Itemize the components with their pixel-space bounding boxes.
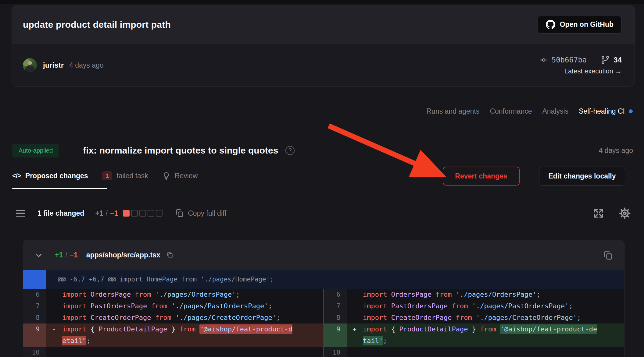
code-text: import OrdersPage from './pages/OrdersPa… [62,289,323,300]
fix-title: fix: normalize import quotes to single q… [83,145,278,156]
file-deletions: −1 [70,251,78,259]
fix-time: 4 days ago [599,147,633,155]
diff-ratio-blocks [123,210,163,217]
nav-item-analysis[interactable]: Analysis [542,107,568,115]
hunk-text: @@ -6,7 +6,7 @@ import HomePage from './… [46,270,274,289]
fix-header-row: Auto-applied fix: normalize import quote… [12,140,633,161]
diff-marker [46,312,62,323]
code-text: import CreateOrderPage from './pages/Cre… [363,312,624,323]
chevron-down-icon[interactable] [34,251,43,260]
line-number[interactable]: 6 [324,289,347,300]
stat-slash: / [106,209,108,217]
tab-label: failed task [116,172,148,180]
commit-icon [539,56,548,64]
diff-settings-button[interactable] [618,207,631,220]
copy-full-diff-label: Copy full diff [188,209,226,217]
diff-line: 7import PastOrdersPage from './pages/Pas… [23,300,323,312]
line-number[interactable]: 9 [324,323,347,347]
latest-execution-label: Latest execution [564,67,613,75]
code-text: import { ProductDetailPage } from "@aish… [62,323,323,347]
deletions-stat: −1 [110,209,118,217]
code-text: import OrdersPage from './pages/OrdersPa… [363,289,624,300]
tab-label: Proposed changes [25,172,88,180]
code-text: import PastOrdersPage from './pages/Past… [363,300,624,312]
diff-line: 6import OrdersPage from './pages/OrdersP… [23,289,323,300]
copy-full-diff-button[interactable]: Copy full diff [175,209,226,218]
file-additions: +1 [55,251,63,259]
execution-count-chip[interactable]: 34 [601,55,622,65]
diff-marker: + [347,323,363,347]
diff-marker [347,312,363,323]
copy-icon [175,209,184,218]
commit-title-section: update product detail import path Open o… [12,5,635,44]
divider [71,141,71,160]
diff-line: 10 [23,347,323,357]
diff-ratio-block [156,210,163,217]
github-icon [546,20,555,29]
open-on-github-label: Open on GitHub [560,20,614,29]
commit-time: 4 days ago [69,61,104,69]
revert-changes-button[interactable]: Revert changes [443,167,520,186]
diff-marker [46,347,62,357]
diff-marker [347,289,363,300]
commit-hash-chip[interactable]: 50b667ba [539,56,587,64]
diff-split-view: 6import OrdersPage from './pages/OrdersP… [23,289,624,357]
auto-applied-badge: Auto-applied [12,144,59,157]
line-number[interactable]: 10 [23,347,46,357]
file-list-toggle-icon[interactable] [16,210,25,217]
line-number[interactable]: 7 [23,300,46,312]
diff-toolbar: 1 file changed +1 / −1 Copy full diff [16,206,226,221]
diff-line: 10 [324,347,624,357]
tab-label: Review [175,172,198,180]
file-diff-header: +1 / −1 apps/shop/src/app.tsx [23,240,624,270]
file-diff-card: +1 / −1 apps/shop/src/app.tsx @@ -6,7 +6… [23,240,624,357]
lightbulb-icon [162,172,170,180]
nav-item-label: Self-healing CI [579,107,625,115]
commit-hash: 50b667ba [552,56,587,64]
diff-line: 7import PastOrdersPage from './pages/Pas… [324,300,624,312]
line-number[interactable]: 8 [23,312,46,323]
hunk-header: @@ -6,7 +6,7 @@ import HomePage from './… [23,270,624,289]
copy-file-diff-button[interactable] [603,250,613,260]
top-nav: Runs and agents Conformance Analysis Sel… [427,107,633,115]
author-name: juristr [43,61,64,69]
diff-marker [46,300,62,312]
diff-line: 9-import { ProductDetailPage } from "@ai… [23,323,323,347]
tab-proposed-changes[interactable]: </> Proposed changes [12,172,88,180]
tab-review[interactable]: Review [162,172,198,180]
help-icon[interactable]: ? [285,146,295,155]
avatar[interactable] [23,58,37,72]
tab-failed-task[interactable]: 1 failed task [102,171,148,180]
copy-path-button[interactable] [166,251,174,259]
latest-execution-link[interactable]: Latest execution → [564,67,622,75]
code-text: import CreateOrderPage from './pages/Cre… [62,312,323,323]
diff-ratio-block [123,210,130,217]
fullscreen-button[interactable] [593,207,604,219]
line-number[interactable]: 6 [23,289,46,300]
diff-line: 6import OrdersPage from './pages/OrdersP… [324,289,624,300]
nav-item-runs-and-agents[interactable]: Runs and agents [427,107,480,115]
diff-line: 8import CreateOrderPage from './pages/Cr… [324,312,624,323]
diff-marker: - [46,323,62,347]
code-text [62,347,323,357]
fix-tabs: </> Proposed changes 1 failed task Revie… [12,167,198,185]
active-tab-underline [12,188,107,189]
nav-item-self-healing-ci[interactable]: Self-healing CI [579,107,633,115]
diff-ratio-block [148,210,154,217]
line-number[interactable]: 7 [324,300,347,312]
open-on-github-button[interactable]: Open on GitHub [538,16,622,34]
commit-title: update product detail import path [23,19,171,30]
file-path: apps/shop/src/app.tsx [86,251,160,259]
code-text: import { ProductDetailPage } from '@aish… [363,323,624,347]
commit-meta-section: juristr 4 days ago 50b667ba 34 Lates [12,44,635,86]
edit-changes-locally-button[interactable]: Edit changes locally [539,167,625,186]
hunk-gutter-block [23,270,46,289]
nav-item-conformance[interactable]: Conformance [490,107,532,115]
code-text [363,347,624,357]
line-number[interactable]: 10 [324,347,347,357]
line-number[interactable]: 9 [23,323,46,347]
additions-stat: +1 [95,209,103,217]
failed-count-badge: 1 [102,171,113,180]
diff-ratio-block [131,210,138,217]
line-number[interactable]: 8 [324,312,347,323]
